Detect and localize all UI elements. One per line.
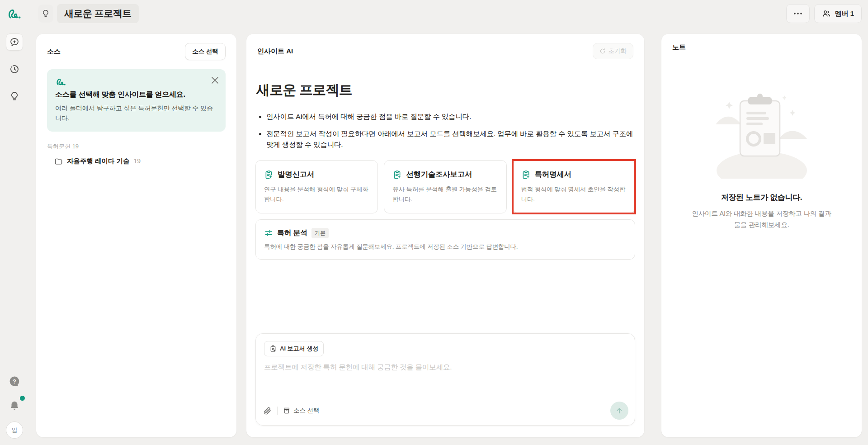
mode-card-invention-report[interactable]: 발명신고서 연구 내용을 분석해 형식에 맞춰 구체화합니다. <box>255 160 378 213</box>
sources-panel: 소스 소스 선택 소스를 선택해 맞춤 인사이트를 얻으세요. 여러 폴더에서 … <box>36 34 236 437</box>
notes-empty-heading: 저장된 노트가 없습니다. <box>721 192 802 203</box>
ai-report-chip-label: AI 보고서 생성 <box>280 345 318 353</box>
rail-bottom-group: ? 임 <box>6 373 23 439</box>
mode-card-patent-specification[interactable]: 특허명세서 법적 형식에 맞춰 명세서 초안을 작성합니다. <box>513 160 635 213</box>
members-button[interactable]: 멤버 1 <box>814 4 862 23</box>
intro-bullet: 전문적인 보고서 작성이 필요하다면 아래에서 보고서 모드를 선택해보세요. … <box>266 128 635 150</box>
select-sources-button[interactable]: 소스 선택 <box>185 43 226 60</box>
attach-file-icon[interactable] <box>263 407 272 415</box>
brand-logo-icon[interactable] <box>6 5 23 21</box>
composer-source-select-label: 소스 선택 <box>293 407 320 415</box>
document-add-icon <box>264 170 274 180</box>
tune-icon <box>264 229 273 238</box>
folder-icon <box>54 157 63 166</box>
mode-card-title: 발명신고서 <box>278 170 314 180</box>
banner-brand-icon <box>55 76 67 86</box>
members-button-label: 멤버 1 <box>835 9 854 18</box>
insight-panel-title: 인사이트 AI <box>257 47 293 56</box>
idea-nav-icon[interactable] <box>6 88 23 105</box>
left-rail: ? 임 <box>0 0 29 445</box>
rail-navigation <box>6 33 23 105</box>
sources-panel-title: 소스 <box>47 47 61 56</box>
source-box-icon <box>283 407 290 414</box>
composer-footer: 소스 선택 <box>263 402 628 420</box>
patent-doc-group-label: 특허문헌 19 <box>47 142 226 151</box>
mode-card-description: 유사 특허를 분석해 출원 가능성을 검토합니다. <box>392 185 498 204</box>
notes-empty-state: 저장된 노트가 없습니다. 인사이트 AI와 대화한 내용을 저장하고 나의 결… <box>661 88 862 230</box>
mode-card-title: 특허명세서 <box>535 170 571 180</box>
history-nav-icon[interactable] <box>6 61 23 78</box>
document-add-icon <box>392 170 402 180</box>
intro-bullet: 인사이트 AI에서 특허에 대해 궁금한 점을 바로 질문할 수 있습니다. <box>266 111 635 122</box>
sources-banner: 소스를 선택해 맞춤 인사이트를 얻으세요. 여러 폴더에서 탐구하고 싶은 특… <box>47 69 226 132</box>
mode-card-description: 법적 형식에 맞춰 명세서 초안을 작성합니다. <box>521 185 627 204</box>
empty-clipboard-illustration <box>712 88 811 179</box>
chat-input[interactable] <box>264 363 627 394</box>
chat-composer: AI 보고서 생성 소스 선택 <box>255 333 635 426</box>
banner-description: 여러 폴더에서 탐구하고 싶은 특허문헌만 선택할 수 있습니다. <box>55 103 217 123</box>
notification-dot <box>20 396 25 401</box>
project-title[interactable]: 새로운 프로젝트 <box>57 4 139 23</box>
mode-card-description: 연구 내용을 분석해 형식에 맞춰 구체화합니다. <box>264 185 369 204</box>
notifications-bell-icon[interactable] <box>6 397 23 414</box>
reset-button-label: 초기화 <box>609 47 627 55</box>
source-folder-item[interactable]: 자율주행 레이다 기술 19 <box>54 157 226 166</box>
folder-count: 19 <box>134 157 141 165</box>
ellipsis-icon <box>793 12 802 15</box>
default-badge: 기본 <box>311 228 329 238</box>
members-icon <box>822 9 831 18</box>
help-icon[interactable]: ? <box>6 373 23 390</box>
top-bar: 새로운 프로젝트 멤버 1 <box>29 0 868 27</box>
report-mode-cards: 발명신고서 연구 내용을 분석해 형식에 맞춰 구체화합니다. 선행기술조 <box>255 160 635 213</box>
document-add-icon <box>521 170 531 180</box>
arrow-up-icon <box>615 407 623 415</box>
mode-card-prior-art-report[interactable]: 선행기술조사보고서 유사 특허를 분석해 출원 가능성을 검토합니다. <box>384 160 506 213</box>
ai-report-generate-chip[interactable]: AI 보고서 생성 <box>264 341 324 356</box>
top-bar-actions: 멤버 1 <box>786 4 862 23</box>
notes-empty-description: 인사이트 AI와 대화한 내용을 저장하고 나의 결과물을 관리해보세요. <box>689 208 834 230</box>
insight-intro-list: 인사이트 AI에서 특허에 대해 궁금한 점을 바로 질문할 수 있습니다. 전… <box>266 111 635 150</box>
insight-ai-panel: 인사이트 AI 초기화 새로운 프로젝트 인사이트 AI에서 특허에 대해 궁금… <box>246 34 644 437</box>
banner-heading: 소스를 선택해 맞춤 인사이트를 얻으세요. <box>55 90 217 99</box>
ai-chat-nav-icon[interactable] <box>6 33 23 51</box>
analysis-card-description: 특허에 대한 궁금한 점을 자유롭게 질문해보세요. 프로젝트에 저장된 소스 … <box>264 243 627 251</box>
analysis-card-title: 특허 분석 <box>277 228 307 238</box>
send-button[interactable] <box>610 402 628 420</box>
banner-close-icon[interactable] <box>210 76 219 85</box>
more-options-button[interactable] <box>786 4 810 23</box>
project-bulb-icon[interactable] <box>38 5 53 23</box>
notes-panel: 노트 저장된 노트가 없습니다. 인사이트 AI와 대화한 <box>661 34 862 437</box>
composer-divider <box>277 407 278 415</box>
composer-source-select[interactable]: 소스 선택 <box>283 407 320 415</box>
notes-panel-title: 노트 <box>672 43 686 52</box>
folder-name: 자율주행 레이다 기술 <box>67 157 130 166</box>
patent-analysis-card[interactable]: 특허 분석 기본 특허에 대한 궁금한 점을 자유롭게 질문해보세요. 프로젝트… <box>255 219 635 260</box>
user-avatar[interactable]: 임 <box>6 421 23 439</box>
svg-text:?: ? <box>13 378 16 385</box>
mode-card-title: 선행기술조사보고서 <box>406 170 472 180</box>
insight-heading: 새로운 프로젝트 <box>256 81 635 99</box>
app-window: ? 임 새로운 프로젝트 <box>0 0 868 445</box>
report-icon <box>269 345 277 352</box>
reset-button[interactable]: 초기화 <box>593 43 634 59</box>
refresh-icon <box>599 48 606 54</box>
